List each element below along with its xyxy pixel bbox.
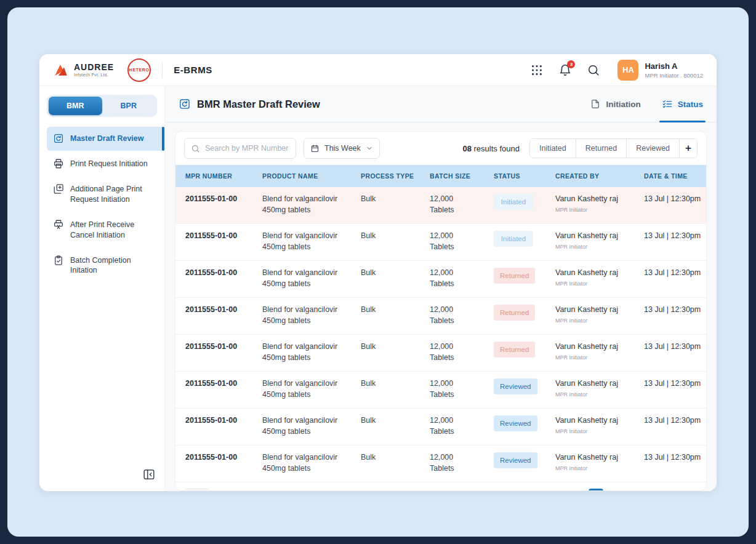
brand-tagline: Infotech Pvt. Ltd. [74, 73, 114, 77]
checklist-icon [662, 98, 673, 110]
process-type-cell: Bulk [356, 342, 425, 363]
page-background: AUDREE Infotech Pvt. Ltd. HETERO E-BRMS [7, 7, 749, 537]
sidebar-item-label: Print Request Initiation [70, 159, 148, 169]
process-type-cell: Bulk [356, 231, 425, 252]
search-box[interactable] [184, 138, 296, 159]
sidebar-item-after-print-receive-cancel[interactable]: After Print Receive Cancel Initiation [47, 213, 164, 247]
notification-bell-icon[interactable]: 3 [558, 63, 572, 77]
audree-logo-icon [53, 62, 69, 78]
mpr-number-cell: 2011555-01-00 [175, 452, 257, 474]
plus-icon: + [685, 142, 691, 154]
created-by-name: Varun Kashetty raj [555, 194, 634, 205]
status-badge: Initiated [494, 194, 533, 210]
product-name-cell: Blend for valgancilovir 450mg tablets [257, 378, 356, 400]
table-row[interactable]: 2011555-01-00 Blend for valgancilovir 45… [175, 372, 706, 409]
created-by-role: MPR Initiator [555, 428, 634, 436]
toolbar: This Week 08 results found Initiated Ret… [175, 132, 706, 165]
status-badge: Returned [494, 305, 535, 321]
draft-review-icon [179, 98, 191, 110]
created-by-name: Varun Kashetty raj [555, 305, 634, 316]
product-name-cell: Blend for valgancilovir 450mg tablets [257, 305, 356, 326]
table-row[interactable]: 2011555-01-00 Blend for valgancilovir 45… [175, 446, 706, 482]
table-row[interactable]: 2011555-01-00 Blend for valgancilovir 45… [175, 409, 706, 446]
mpr-number-cell: 2011555-01-00 [175, 194, 257, 215]
filter-returned-button[interactable]: Returned [576, 139, 626, 158]
batch-size-cell: 12,000 Tablets [425, 378, 479, 400]
created-by-cell: Varun Kashetty raj MPR Initiator [550, 268, 639, 289]
status-cell: Returned [489, 268, 550, 289]
status-cell: Initiated [489, 194, 550, 215]
printer-cancel-icon [53, 219, 64, 230]
add-page-icon [53, 183, 64, 194]
batch-size-cell: 12,000 Tablets [425, 415, 479, 437]
created-by-cell: Varun Kashetty raj MPR Initiator [550, 415, 639, 437]
filter-reviewed-button[interactable]: Reviewed [626, 139, 679, 158]
created-by-name: Varun Kashetty raj [555, 268, 634, 279]
table-row[interactable]: 2011555-01-00 Blend for valgancilovir 45… [175, 224, 706, 261]
datetime-cell: 13 Jul | 12:30pm [639, 305, 706, 326]
tab-initiation-label: Initiation [606, 100, 640, 109]
created-by-role: MPR Initiator [555, 206, 634, 214]
user-role: MPR Initiator . 800012 [645, 72, 703, 79]
clipboard-check-icon [53, 255, 64, 266]
search-icon [191, 144, 200, 153]
batch-size-cell: 12,000 Tablets [425, 194, 479, 215]
tab-status[interactable]: Status [662, 86, 703, 122]
status-cell: Reviewed [489, 378, 550, 400]
title-bar: BMR Master Draft Review Initiation [165, 86, 717, 122]
created-by-name: Varun Kashetty raj [555, 415, 634, 426]
search-input[interactable] [205, 144, 289, 153]
page-button[interactable]: 3 [627, 489, 641, 491]
pagination-ellipsis: ... [646, 489, 661, 491]
add-filter-button[interactable]: + [679, 139, 697, 158]
table-row[interactable]: 2011555-01-00 Blend for valgancilovir 45… [175, 261, 706, 298]
created-by-role: MPR Initiator [555, 354, 634, 362]
sidebar-item-label: Additional Page Print Request Initiation [70, 184, 158, 205]
datetime-cell: 13 Jul | 12:30pm [639, 378, 706, 400]
brand-logo: AUDREE Infotech Pvt. Ltd. [53, 62, 114, 78]
results-card: This Week 08 results found Initiated Ret… [175, 131, 707, 491]
sidebar-item-print-request-initiation[interactable]: Print Request Initiation [47, 152, 164, 176]
datetime-cell: 13 Jul | 12:30pm [639, 268, 706, 289]
rows-per-page-selector[interactable]: 10 [184, 489, 210, 491]
user-profile[interactable]: HA Harish A MPR Initiator . 800012 [617, 60, 703, 81]
datetime-cell: 13 Jul | 12:30pm [639, 415, 706, 437]
notification-badge: 3 [567, 60, 575, 68]
created-by-cell: Varun Kashetty raj MPR Initiator [550, 305, 639, 326]
sidebar-item-label: Master Draft Review [70, 134, 144, 144]
sidebar-item-additional-page-print-request[interactable]: Additional Page Print Request Initiation [47, 177, 164, 212]
table-footer: 10 Rows 123...20 [175, 482, 706, 491]
datetime-cell: 13 Jul | 12:30pm [639, 452, 706, 474]
pagination-pages: 123...20 [589, 489, 680, 491]
date-filter-dropdown[interactable]: This Week [304, 138, 380, 159]
page-button[interactable]: 1 [589, 489, 603, 491]
page-button[interactable]: 2 [608, 489, 622, 491]
process-type-cell: Bulk [356, 452, 425, 474]
product-name-cell: Blend for valgancilovir 450mg tablets [257, 415, 356, 437]
sidebar-item-master-draft-review[interactable]: Master Draft Review [47, 127, 164, 151]
status-cell: Reviewed [489, 452, 550, 474]
file-refresh-icon [53, 133, 64, 144]
previous-page-icon[interactable] [571, 489, 584, 491]
created-by-cell: Varun Kashetty raj MPR Initiator [550, 378, 639, 400]
tab-bpr[interactable]: BPR [102, 97, 156, 115]
created-by-role: MPR Initiator [555, 243, 634, 251]
filter-initiated-button[interactable]: Initiated [530, 139, 576, 158]
apps-grid-icon[interactable] [530, 63, 544, 77]
sidebar-item-batch-completion-initation[interactable]: Batch Completion Initation [47, 249, 164, 283]
search-icon[interactable] [587, 63, 600, 77]
mpr-number-cell: 2011555-01-00 [175, 268, 257, 289]
bmr-bpr-toggle: BMR BPR [47, 95, 157, 117]
tab-initiation[interactable]: Initiation [590, 86, 640, 122]
page-button[interactable]: 20 [665, 489, 680, 491]
avatar: HA [617, 60, 638, 81]
table-row[interactable]: 2011555-01-00 Blend for valgancilovir 45… [175, 187, 706, 224]
table-row[interactable]: 2011555-01-00 Blend for valgancilovir 45… [175, 335, 706, 372]
table-row[interactable]: 2011555-01-00 Blend for valgancilovir 45… [175, 298, 706, 335]
tab-bmr[interactable]: BMR [49, 97, 102, 115]
created-by-name: Varun Kashetty raj [555, 342, 634, 353]
process-type-cell: Bulk [356, 378, 425, 400]
next-page-icon[interactable] [684, 489, 698, 491]
batch-size-cell: 12,000 Tablets [425, 231, 479, 252]
sidebar-collapse-icon[interactable] [142, 468, 156, 481]
